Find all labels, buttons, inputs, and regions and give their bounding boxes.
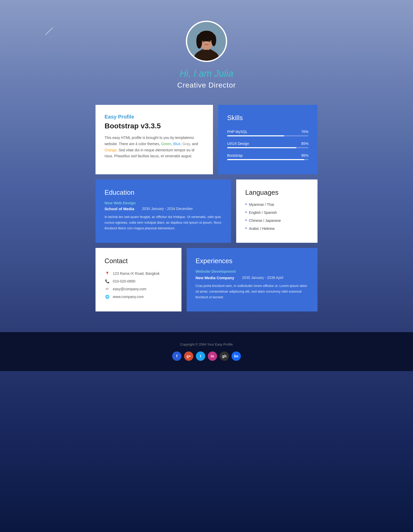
row-3: Contact 📍 123 Rama IX Road, Bangkok 📞 01… bbox=[96, 248, 317, 311]
color-green: Green bbox=[161, 142, 171, 146]
easy-profile-label: Easy Profile bbox=[105, 114, 204, 120]
profile-description: This easy HTML profile is brought to you… bbox=[105, 135, 204, 159]
skill-bar-bg-uiux bbox=[227, 147, 308, 148]
languages-list: Myanmar / Thai English / Spanish Chinese… bbox=[245, 202, 308, 231]
experiences-description: Cras porta tincidunt sem, in sollicitudi… bbox=[196, 283, 309, 300]
contact-title: Contact bbox=[105, 257, 172, 265]
row-1: Easy Profile Bootstrap v3.3.5 This easy … bbox=[96, 105, 317, 174]
language-item-2: English / Spanish bbox=[245, 210, 308, 215]
skill-name-php: PHP MySQL bbox=[227, 130, 248, 134]
skill-header-bootstrap: Bootstrap 95% bbox=[227, 153, 308, 158]
hero-title: Creative Director bbox=[5, 81, 408, 89]
experiences-subtitle: Website Development bbox=[196, 269, 309, 273]
color-gray: Gray bbox=[182, 142, 190, 146]
phone-icon: 📞 bbox=[105, 279, 110, 283]
social-googleplus[interactable]: g+ bbox=[184, 351, 193, 361]
experiences-title: Experiences bbox=[196, 257, 309, 265]
email-icon: ✉ bbox=[105, 287, 110, 291]
skill-bar-fill-bootstrap bbox=[227, 159, 304, 160]
contact-email-text: easy@company.com bbox=[113, 287, 146, 291]
languages-title: Languages bbox=[245, 189, 308, 197]
svg-point-7 bbox=[196, 34, 202, 49]
svg-point-9 bbox=[202, 40, 205, 42]
svg-point-8 bbox=[211, 34, 216, 46]
hero-section: Hi, I am Julia Creative Director bbox=[0, 0, 413, 105]
skill-name-bootstrap: Bootstrap bbox=[227, 153, 243, 158]
globe-icon: 🌐 bbox=[105, 295, 110, 299]
education-row: School of Media 2030 January - 2034 Dece… bbox=[105, 207, 222, 211]
skill-item-php: PHP MySQL 70% bbox=[227, 130, 308, 136]
skill-percent-bootstrap: 95% bbox=[301, 153, 308, 158]
contact-website-text: www.company.com bbox=[113, 295, 144, 299]
social-twitter[interactable]: t bbox=[196, 351, 205, 361]
bootstrap-version: Bootstrap v3.3.5 bbox=[105, 122, 204, 130]
skill-bar-bg-bootstrap bbox=[227, 159, 308, 160]
social-icons: f g+ t in gh be bbox=[5, 351, 408, 361]
svg-point-10 bbox=[208, 40, 211, 42]
skill-percent-php: 70% bbox=[301, 130, 308, 134]
education-card: Education New Web Design School of Media… bbox=[96, 179, 231, 243]
skill-percent-uiux: 85% bbox=[301, 142, 308, 146]
avatar-wrapper bbox=[186, 21, 227, 62]
footer-copyright: Copyright © 2084 Your Easy Profile bbox=[5, 342, 408, 346]
experiences-card: Experiences Website Development New Medi… bbox=[187, 248, 318, 311]
skill-item-uiux: UI/UX Design 85% bbox=[227, 142, 308, 148]
skill-name-uiux: UI/UX Design bbox=[227, 142, 249, 146]
color-blue: Blue bbox=[173, 142, 180, 146]
location-icon: 📍 bbox=[105, 271, 110, 276]
skill-bar-fill-uiux bbox=[227, 147, 296, 148]
hero-greeting: Hi, I am Julia bbox=[5, 68, 408, 79]
contact-phone: 📞 010-020-0890 bbox=[105, 279, 172, 283]
skills-card: Skills PHP MySQL 70% UI/UX Design 85% bbox=[218, 105, 317, 174]
social-facebook[interactable]: f bbox=[172, 351, 181, 361]
row-2: Education New Web Design School of Media… bbox=[96, 179, 317, 243]
skill-item-bootstrap: Bootstrap 95% bbox=[227, 153, 308, 160]
main-content: Easy Profile Bootstrap v3.3.5 This easy … bbox=[90, 105, 323, 332]
exp-company: New Media Company bbox=[196, 276, 234, 280]
social-behance[interactable]: be bbox=[232, 351, 241, 361]
skill-header-php: PHP MySQL 70% bbox=[227, 130, 308, 134]
skill-header-uiux: UI/UX Design 85% bbox=[227, 142, 308, 146]
avatar-image bbox=[187, 22, 226, 61]
exp-date: 2035 January - 2036 April bbox=[242, 276, 283, 280]
contact-website: 🌐 www.company.com bbox=[105, 295, 172, 299]
languages-card: Languages Myanmar / Thai English / Spani… bbox=[236, 179, 317, 243]
skill-bar-fill-php bbox=[227, 135, 284, 136]
skills-title: Skills bbox=[227, 114, 308, 122]
contact-card: Contact 📍 123 Rama IX Road, Bangkok 📞 01… bbox=[96, 248, 181, 311]
contact-phone-text: 010-020-0890 bbox=[113, 279, 135, 283]
color-orange: Orange bbox=[105, 148, 117, 152]
contact-email: ✉ easy@company.com bbox=[105, 287, 172, 291]
education-title: Education bbox=[105, 189, 222, 197]
language-item-4: Arabic / Hebrew bbox=[245, 226, 308, 231]
easy-profile-card: Easy Profile Bootstrap v3.3.5 This easy … bbox=[96, 105, 213, 174]
skill-bar-bg-php bbox=[227, 135, 308, 136]
experiences-row: New Media Company 2035 January - 2036 Ap… bbox=[196, 276, 309, 280]
education-date: 2030 January - 2034 December bbox=[142, 207, 193, 211]
language-item-3: Chinese / Japanese bbox=[245, 218, 308, 223]
social-github[interactable]: gh bbox=[220, 351, 229, 361]
contact-address: 📍 123 Rama IX Road, Bangkok bbox=[105, 271, 172, 276]
social-instagram[interactable]: in bbox=[208, 351, 217, 361]
education-school: School of Media bbox=[105, 207, 134, 211]
education-description: In lacinia leo sed quam feugiat, ac effi… bbox=[105, 214, 222, 231]
footer: Copyright © 2084 Your Easy Profile f g+ … bbox=[0, 332, 413, 371]
education-subtitle: New Web Design bbox=[105, 201, 222, 205]
language-item-1: Myanmar / Thai bbox=[245, 202, 308, 207]
contact-address-text: 123 Rama IX Road, Bangkok bbox=[113, 271, 160, 276]
